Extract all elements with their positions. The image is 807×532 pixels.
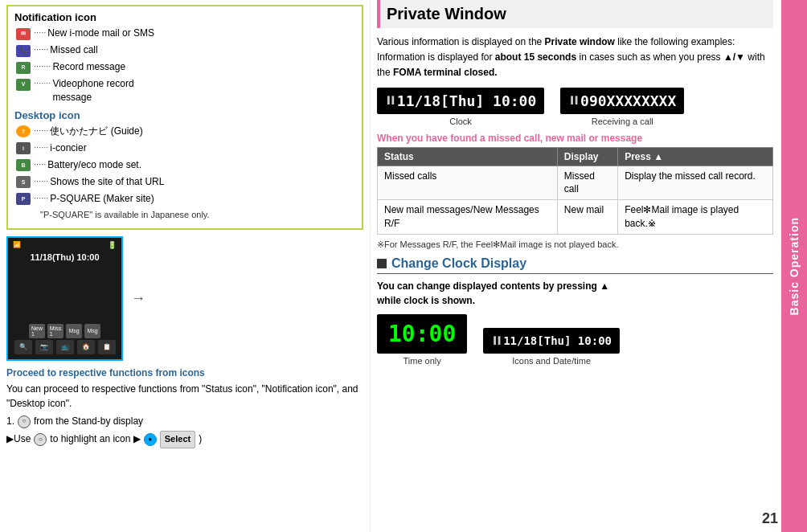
private-window-title: Private Window bbox=[377, 0, 773, 28]
footnote: ※For Messages R/F, the Feel✻Mail image i… bbox=[377, 239, 773, 250]
change-clock-section: Change Clock Display You can change disp… bbox=[377, 256, 773, 366]
proceed-title: Proceed to respective functions from ico… bbox=[6, 367, 363, 379]
bottom-icon-2: 📷 bbox=[35, 340, 53, 354]
table-row: New mail messages/New Messages R/F New m… bbox=[378, 200, 773, 235]
desktop-icon-list: ? ······ 使いかたナビ (Guide) i ······ i-conci… bbox=[14, 125, 355, 221]
list-item: 📞 ······ Missed call bbox=[14, 43, 355, 58]
site-icon: S bbox=[16, 176, 31, 188]
bottom-icon-3: 📺 bbox=[56, 340, 74, 354]
table-cell-press-2: Feel✻Mail image is played back.※ bbox=[618, 200, 773, 235]
miss-icon: Miss1 bbox=[47, 324, 63, 338]
record-icon: R bbox=[16, 62, 31, 74]
select-button[interactable]: Select bbox=[160, 431, 195, 448]
notification-icon-list: ✉ ····· New i-mode mail or SMS 📞 ······ … bbox=[14, 27, 355, 104]
table-header-display: Display bbox=[557, 147, 617, 166]
concier-icon: i bbox=[16, 142, 31, 154]
clock-display: ▐▐ 11/18[Thu] 10:00 bbox=[377, 88, 544, 114]
signal-bars2-icon: ▐▐ bbox=[568, 96, 577, 104]
phone-screen-area: 📶 🔋 11/18(Thu) 10:00 New1 Miss1 Msg Msg … bbox=[6, 236, 363, 361]
phone-screen: 📶 🔋 11/18(Thu) 10:00 New1 Miss1 Msg Msg … bbox=[6, 236, 123, 361]
proceed-steps: 1. ○ from the Stand-by display ▶Use ○ to… bbox=[6, 414, 363, 448]
change-clock-header: Change Clock Display bbox=[377, 256, 773, 274]
msg2-icon: Msg bbox=[84, 324, 100, 338]
call-example: ▐▐ 090XXXXXXXX Receiving a call bbox=[560, 88, 684, 126]
battery-status-icon: 🔋 bbox=[108, 241, 117, 249]
datetime-label: Icons and Date/time bbox=[512, 356, 591, 366]
notification-box: Notification icon ✉ ····· New i-mode mai… bbox=[6, 5, 363, 230]
status-bar: 📶 🔋 bbox=[11, 241, 118, 249]
psquare-icon: P bbox=[16, 193, 31, 205]
private-window-description: Various information is displayed on the … bbox=[377, 35, 773, 81]
side-tab: Basic Operation bbox=[781, 0, 807, 532]
mail-icon: ✉ bbox=[16, 28, 31, 40]
datetime-display: ▐▐ 11/18[Thu] 10:00 bbox=[483, 328, 620, 354]
table-cell-status-2: New mail messages/New Messages R/F bbox=[378, 200, 558, 235]
time-only-display: 10:00 bbox=[377, 314, 467, 354]
clock-examples: ▐▐ 11/18[Thu] 10:00 Clock ▐▐ 090XXXXXXXX… bbox=[377, 88, 773, 126]
call-display: ▐▐ 090XXXXXXXX bbox=[560, 88, 684, 114]
step-1: 1. ○ from the Stand-by display bbox=[6, 414, 363, 429]
list-item: P ······ P-SQUARE (Maker site) bbox=[14, 192, 355, 207]
time-only-example: 10:00 Time only bbox=[377, 314, 467, 366]
missed-call-title: When you have found a missed call, new m… bbox=[377, 133, 773, 144]
missed-call-icon: 📞 bbox=[16, 45, 31, 57]
bottom-icon-1: 🔍 bbox=[14, 340, 32, 354]
phone-time: 11/18(Thu) 10:00 bbox=[30, 252, 99, 262]
time-examples: 10:00 Time only ▐▐ 11/18[Thu] 10:00 Icon… bbox=[377, 314, 773, 366]
phone-icons-row: New1 Miss1 Msg Msg bbox=[29, 324, 100, 338]
list-item: S ······ Shows the site of that URL bbox=[14, 175, 355, 190]
notification-title: Notification icon bbox=[14, 11, 355, 23]
video-icon: V bbox=[16, 79, 31, 91]
change-clock-title: Change Clock Display bbox=[391, 256, 526, 271]
change-clock-desc: You can change displayed contents by pre… bbox=[377, 279, 773, 308]
table-row: Missed calls Missed call Display the mis… bbox=[378, 166, 773, 200]
section-marker-icon bbox=[377, 259, 387, 268]
battery-icon: B bbox=[16, 159, 31, 171]
guide-icon: ? bbox=[16, 125, 31, 137]
call-label: Receiving a call bbox=[592, 117, 653, 126]
signal-bars-icon: ▐▐ bbox=[385, 96, 394, 104]
table-cell-display-2: New mail bbox=[557, 200, 617, 235]
new-icon: New1 bbox=[29, 324, 45, 338]
table-header-status: Status bbox=[378, 147, 558, 166]
side-tab-label: Basic Operation bbox=[788, 217, 801, 315]
signal-icon: 📶 bbox=[13, 241, 21, 248]
psquare-note: "P-SQUARE" is available in Japanese only… bbox=[40, 209, 210, 221]
proceed-section: Proceed to respective functions from ico… bbox=[6, 367, 363, 448]
select-circle-icon: ● bbox=[144, 433, 157, 446]
list-item: i ······ i-concier bbox=[14, 141, 355, 156]
clock-label: Clock bbox=[449, 117, 472, 126]
standby-icon: ○ bbox=[18, 415, 31, 428]
list-item: V ······· Videophone recordmessage bbox=[14, 77, 355, 104]
datetime-example: ▐▐ 11/18[Thu] 10:00 Icons and Date/time bbox=[483, 328, 620, 366]
phone-bottom-icons: 🔍 📷 📺 🏠 📋 bbox=[14, 340, 116, 354]
desktop-title: Desktop icon bbox=[14, 109, 355, 121]
proceed-text: You can proceed to respective functions … bbox=[6, 382, 363, 411]
table-cell-press-1: Display the missed call record. bbox=[618, 166, 773, 200]
psquare-note-item: "P-SQUARE" is available in Japanese only… bbox=[14, 209, 355, 221]
bottom-icon-5: 📋 bbox=[98, 340, 116, 354]
nav-icon: ○ bbox=[34, 433, 47, 446]
signal-bars3-icon: ▐▐ bbox=[491, 337, 500, 345]
table-cell-status-1: Missed calls bbox=[378, 166, 558, 200]
list-item: B ····· Battery/eco mode set. bbox=[14, 158, 355, 173]
page-number: 21 bbox=[762, 510, 778, 527]
list-item: ✉ ····· New i-mode mail or SMS bbox=[14, 27, 355, 41]
table-cell-display-1: Missed call bbox=[557, 166, 617, 200]
time-only-label: Time only bbox=[404, 356, 441, 366]
clock-example: ▐▐ 11/18[Thu] 10:00 Clock bbox=[377, 88, 544, 126]
msg-icon: Msg bbox=[66, 324, 82, 338]
info-table: Status Display Press ▲ Missed calls Miss… bbox=[377, 147, 773, 235]
table-header-press: Press ▲ bbox=[618, 147, 773, 166]
left-panel: Notification icon ✉ ····· New i-mode mai… bbox=[0, 0, 370, 532]
arrow-right-icon: → bbox=[131, 290, 145, 307]
list-item: ? ······ 使いかたナビ (Guide) bbox=[14, 125, 355, 139]
step-2: ▶Use ○ to highlight an icon ▶ ● Select ) bbox=[6, 431, 363, 448]
right-panel: Private Window Various information is di… bbox=[370, 0, 807, 532]
list-item: R ······· Record message bbox=[14, 60, 355, 75]
bottom-icon-4: 🏠 bbox=[77, 340, 95, 354]
